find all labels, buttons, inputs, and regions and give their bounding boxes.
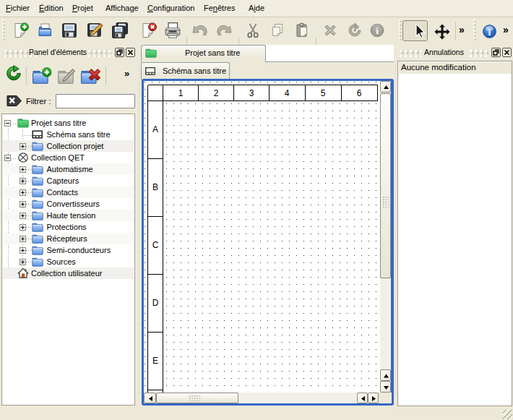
svg-text:5: 5	[321, 88, 326, 98]
svg-text:E: E	[152, 356, 158, 366]
svg-text:3: 3	[249, 88, 254, 98]
svg-text:C: C	[152, 240, 159, 250]
svg-text:1: 1	[178, 88, 184, 98]
svg-text:i: i	[488, 27, 491, 38]
svg-text:A: A	[152, 124, 158, 134]
svg-text:B: B	[152, 182, 158, 192]
svg-text:i: i	[376, 25, 379, 36]
svg-text:4: 4	[285, 88, 290, 98]
svg-text:2: 2	[214, 88, 219, 98]
svg-text:6: 6	[357, 88, 362, 98]
svg-text:D: D	[152, 298, 159, 308]
